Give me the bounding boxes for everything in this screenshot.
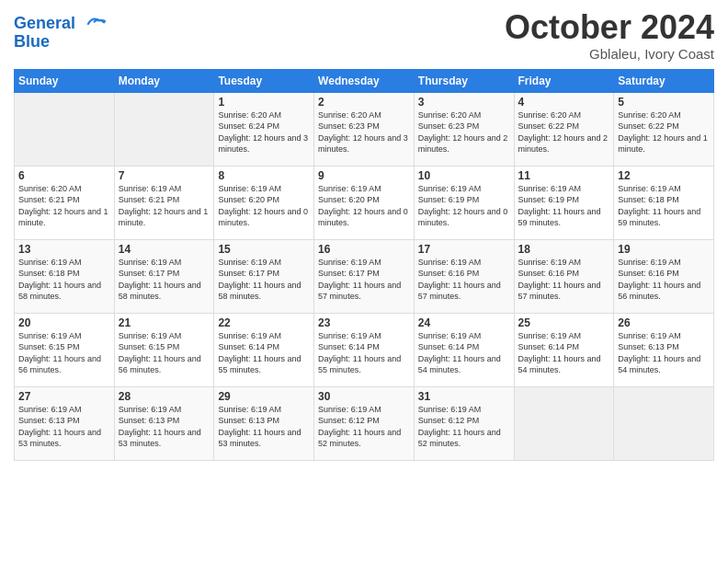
day-number: 19 bbox=[618, 243, 710, 256]
cell-content: Sunrise: 6:19 AM Sunset: 6:18 PM Dayligh… bbox=[618, 183, 710, 229]
cell-week1-day3: 2Sunrise: 6:20 AM Sunset: 6:23 PM Daylig… bbox=[314, 92, 415, 166]
day-number: 16 bbox=[318, 243, 410, 256]
day-number: 12 bbox=[618, 169, 710, 182]
header-thursday: Thursday bbox=[414, 69, 514, 92]
cell-week3-day1: 14Sunrise: 6:19 AM Sunset: 6:17 PM Dayli… bbox=[114, 239, 214, 313]
cell-week2-day5: 11Sunrise: 6:19 AM Sunset: 6:19 PM Dayli… bbox=[514, 166, 614, 239]
month-title: October 2024 bbox=[505, 9, 714, 46]
day-number: 28 bbox=[119, 390, 210, 403]
day-number: 7 bbox=[119, 169, 210, 182]
cell-week4-day1: 21Sunrise: 6:19 AM Sunset: 6:15 PM Dayli… bbox=[114, 313, 214, 386]
cell-content: Sunrise: 6:19 AM Sunset: 6:17 PM Dayligh… bbox=[119, 257, 210, 303]
day-number: 5 bbox=[618, 96, 710, 109]
cell-content: Sunrise: 6:19 AM Sunset: 6:16 PM Dayligh… bbox=[418, 257, 510, 303]
cell-week5-day4: 31Sunrise: 6:19 AM Sunset: 6:12 PM Dayli… bbox=[414, 386, 514, 460]
cell-week3-day3: 16Sunrise: 6:19 AM Sunset: 6:17 PM Dayli… bbox=[314, 239, 415, 313]
cell-week4-day0: 20Sunrise: 6:19 AM Sunset: 6:15 PM Dayli… bbox=[15, 313, 115, 386]
cell-week4-day6: 26Sunrise: 6:19 AM Sunset: 6:13 PM Dayli… bbox=[614, 313, 714, 386]
cell-content: Sunrise: 6:19 AM Sunset: 6:20 PM Dayligh… bbox=[218, 183, 310, 229]
day-number: 30 bbox=[318, 390, 410, 403]
day-number: 3 bbox=[418, 96, 510, 109]
day-number: 17 bbox=[418, 243, 510, 256]
header-wednesday: Wednesday bbox=[314, 69, 415, 92]
cell-week2-day1: 7Sunrise: 6:19 AM Sunset: 6:21 PM Daylig… bbox=[114, 166, 214, 239]
cell-content: Sunrise: 6:19 AM Sunset: 6:13 PM Dayligh… bbox=[18, 404, 110, 450]
cell-content: Sunrise: 6:19 AM Sunset: 6:19 PM Dayligh… bbox=[518, 183, 610, 229]
day-number: 14 bbox=[119, 243, 210, 256]
cell-content: Sunrise: 6:19 AM Sunset: 6:14 PM Dayligh… bbox=[418, 330, 510, 376]
cell-content: Sunrise: 6:19 AM Sunset: 6:21 PM Dayligh… bbox=[119, 183, 210, 229]
header-saturday: Saturday bbox=[614, 69, 714, 92]
cell-week3-day5: 18Sunrise: 6:19 AM Sunset: 6:16 PM Dayli… bbox=[514, 239, 614, 313]
cell-week1-day5: 4Sunrise: 6:20 AM Sunset: 6:22 PM Daylig… bbox=[514, 92, 614, 166]
week-row-4: 20Sunrise: 6:19 AM Sunset: 6:15 PM Dayli… bbox=[15, 313, 714, 386]
day-number: 15 bbox=[218, 243, 310, 256]
cell-content: Sunrise: 6:19 AM Sunset: 6:12 PM Dayligh… bbox=[418, 404, 510, 450]
cell-week3-day2: 15Sunrise: 6:19 AM Sunset: 6:17 PM Dayli… bbox=[214, 239, 314, 313]
week-row-1: 1Sunrise: 6:20 AM Sunset: 6:24 PM Daylig… bbox=[15, 92, 714, 166]
cell-content: Sunrise: 6:20 AM Sunset: 6:24 PM Dayligh… bbox=[218, 109, 310, 155]
header-friday: Friday bbox=[514, 69, 614, 92]
calendar-header-row: SundayMondayTuesdayWednesdayThursdayFrid… bbox=[15, 69, 714, 92]
cell-week4-day5: 25Sunrise: 6:19 AM Sunset: 6:14 PM Dayli… bbox=[514, 313, 614, 386]
day-number: 10 bbox=[418, 169, 510, 182]
cell-week4-day2: 22Sunrise: 6:19 AM Sunset: 6:14 PM Dayli… bbox=[214, 313, 314, 386]
page-header: General Blue October 2024 Gblaleu, Ivory… bbox=[14, 9, 714, 62]
cell-week1-day0 bbox=[15, 92, 115, 166]
logo: General Blue bbox=[14, 14, 106, 52]
cell-week2-day4: 10Sunrise: 6:19 AM Sunset: 6:19 PM Dayli… bbox=[414, 166, 514, 239]
day-number: 24 bbox=[418, 316, 510, 329]
cell-content: Sunrise: 6:19 AM Sunset: 6:13 PM Dayligh… bbox=[218, 404, 310, 450]
cell-week5-day2: 29Sunrise: 6:19 AM Sunset: 6:13 PM Dayli… bbox=[214, 386, 314, 460]
header-tuesday: Tuesday bbox=[214, 69, 314, 92]
cell-week5-day3: 30Sunrise: 6:19 AM Sunset: 6:12 PM Dayli… bbox=[314, 386, 415, 460]
day-number: 25 bbox=[518, 316, 610, 329]
day-number: 29 bbox=[218, 390, 310, 403]
cell-content: Sunrise: 6:19 AM Sunset: 6:13 PM Dayligh… bbox=[119, 404, 210, 450]
cell-week4-day3: 23Sunrise: 6:19 AM Sunset: 6:14 PM Dayli… bbox=[314, 313, 415, 386]
title-block: October 2024 Gblaleu, Ivory Coast bbox=[505, 9, 714, 62]
cell-content: Sunrise: 6:19 AM Sunset: 6:20 PM Dayligh… bbox=[318, 183, 410, 229]
cell-week1-day6: 5Sunrise: 6:20 AM Sunset: 6:22 PM Daylig… bbox=[614, 92, 714, 166]
cell-content: Sunrise: 6:19 AM Sunset: 6:17 PM Dayligh… bbox=[318, 257, 410, 303]
cell-week2-day2: 8Sunrise: 6:19 AM Sunset: 6:20 PM Daylig… bbox=[214, 166, 314, 239]
cell-content: Sunrise: 6:19 AM Sunset: 6:16 PM Dayligh… bbox=[518, 257, 610, 303]
cell-week3-day6: 19Sunrise: 6:19 AM Sunset: 6:16 PM Dayli… bbox=[614, 239, 714, 313]
cell-content: Sunrise: 6:19 AM Sunset: 6:13 PM Dayligh… bbox=[618, 330, 710, 376]
cell-week5-day0: 27Sunrise: 6:19 AM Sunset: 6:13 PM Dayli… bbox=[15, 386, 115, 460]
week-row-5: 27Sunrise: 6:19 AM Sunset: 6:13 PM Dayli… bbox=[15, 386, 714, 460]
day-number: 22 bbox=[218, 316, 310, 329]
day-number: 20 bbox=[18, 316, 110, 329]
day-number: 23 bbox=[318, 316, 410, 329]
cell-content: Sunrise: 6:19 AM Sunset: 6:19 PM Dayligh… bbox=[418, 183, 510, 229]
cell-week3-day4: 17Sunrise: 6:19 AM Sunset: 6:16 PM Dayli… bbox=[414, 239, 514, 313]
cell-week3-day0: 13Sunrise: 6:19 AM Sunset: 6:18 PM Dayli… bbox=[15, 239, 115, 313]
cell-content: Sunrise: 6:19 AM Sunset: 6:17 PM Dayligh… bbox=[218, 257, 310, 303]
week-row-2: 6Sunrise: 6:20 AM Sunset: 6:21 PM Daylig… bbox=[15, 166, 714, 239]
day-number: 2 bbox=[318, 96, 410, 109]
day-number: 4 bbox=[518, 96, 610, 109]
cell-week2-day6: 12Sunrise: 6:19 AM Sunset: 6:18 PM Dayli… bbox=[614, 166, 714, 239]
logo-line2: Blue bbox=[14, 32, 106, 52]
cell-content: Sunrise: 6:19 AM Sunset: 6:14 PM Dayligh… bbox=[218, 330, 310, 376]
cell-week4-day4: 24Sunrise: 6:19 AM Sunset: 6:14 PM Dayli… bbox=[414, 313, 514, 386]
day-number: 11 bbox=[518, 169, 610, 182]
day-number: 6 bbox=[18, 169, 110, 182]
cell-content: Sunrise: 6:20 AM Sunset: 6:23 PM Dayligh… bbox=[318, 109, 410, 155]
cell-week5-day5 bbox=[514, 386, 614, 460]
cell-week1-day1 bbox=[114, 92, 214, 166]
cell-content: Sunrise: 6:19 AM Sunset: 6:12 PM Dayligh… bbox=[318, 404, 410, 450]
cell-week1-day4: 3Sunrise: 6:20 AM Sunset: 6:23 PM Daylig… bbox=[414, 92, 514, 166]
day-number: 27 bbox=[18, 390, 110, 403]
day-number: 31 bbox=[418, 390, 510, 403]
cell-week5-day6 bbox=[614, 386, 714, 460]
cell-content: Sunrise: 6:20 AM Sunset: 6:22 PM Dayligh… bbox=[518, 109, 610, 155]
cell-week2-day0: 6Sunrise: 6:20 AM Sunset: 6:21 PM Daylig… bbox=[15, 166, 115, 239]
header-sunday: Sunday bbox=[15, 69, 115, 92]
day-number: 18 bbox=[518, 243, 610, 256]
location-subtitle: Gblaleu, Ivory Coast bbox=[505, 46, 714, 62]
cell-week2-day3: 9Sunrise: 6:19 AM Sunset: 6:20 PM Daylig… bbox=[314, 166, 415, 239]
cell-content: Sunrise: 6:19 AM Sunset: 6:16 PM Dayligh… bbox=[618, 257, 710, 303]
cell-week1-day2: 1Sunrise: 6:20 AM Sunset: 6:24 PM Daylig… bbox=[214, 92, 314, 166]
day-number: 1 bbox=[218, 96, 310, 109]
